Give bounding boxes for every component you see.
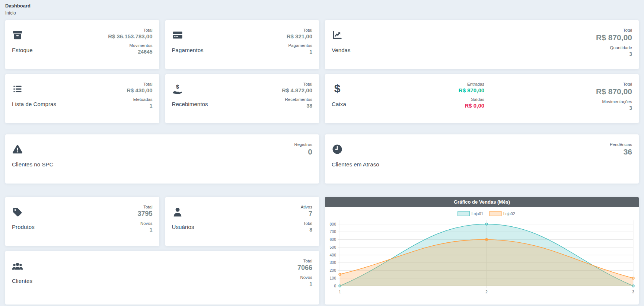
x-tick-label: 3 <box>632 290 634 294</box>
stat-value: 24645 <box>108 48 152 55</box>
stat-label: Entradas <box>459 82 484 87</box>
sales-chart-title: Gráfico de Vendas (Mês) <box>325 197 639 207</box>
data-point-Loja01 <box>485 223 488 225</box>
stat-value: R$ 4.872,00 <box>282 87 312 94</box>
stat-label: Novos <box>297 275 312 280</box>
stat-value: 1 <box>137 226 152 233</box>
stat-label: Total <box>596 28 632 33</box>
y-tick-label: 500 <box>329 245 336 249</box>
stat-value: 36 <box>610 147 632 157</box>
stat-value: R$ 870,00 <box>596 33 632 42</box>
breadcrumb[interactable]: Início <box>5 10 639 16</box>
stat-label: Efetuadas <box>127 97 152 102</box>
user-icon <box>172 206 194 217</box>
data-point-Loja02 <box>485 239 488 241</box>
users-group-icon <box>12 260 32 271</box>
stat-label: Recebimentos <box>282 97 312 102</box>
y-tick-label: 400 <box>329 253 336 257</box>
card-title: Clientes em Atraso <box>332 161 379 168</box>
stats-grid-top: Estoque TotalR$ 36.153.783,00 Movimentos… <box>5 20 639 123</box>
stat-label: Novos <box>137 221 152 226</box>
stat-value: R$ 430,00 <box>127 87 152 94</box>
card-title: Clientes <box>12 278 32 284</box>
stat-value: 1 <box>127 102 152 109</box>
stat-label: Total <box>301 221 312 226</box>
card-title: Estoque <box>12 47 33 53</box>
stat-value: 7066 <box>297 264 312 272</box>
dollar-sign-icon: $ <box>332 83 346 95</box>
stat-value: 38 <box>282 102 312 109</box>
legend-swatch-Loja01[interactable] <box>458 211 470 216</box>
stat-value: R$ 870,00 <box>596 87 632 96</box>
y-tick-label: 600 <box>329 237 336 242</box>
stat-label: Total <box>282 82 312 87</box>
stat-value: R$ 321,00 <box>287 33 312 40</box>
card-clientes-no-spc: Clientes no SPC Registros0 <box>5 134 319 184</box>
y-tick-label: 100 <box>329 276 336 280</box>
stat-label: Total <box>127 82 152 87</box>
svg-text:$: $ <box>334 83 341 95</box>
card-estoque: Estoque TotalR$ 36.153.783,00 Movimentos… <box>5 20 159 69</box>
card-clientes-em-atraso: Clientes em Atraso Pendências36 <box>325 134 639 184</box>
stat-value: 3795 <box>137 210 152 218</box>
stat-label: Registros <box>294 142 312 147</box>
stat-label: Quantidade <box>596 45 632 50</box>
stat-label: Total <box>596 82 632 87</box>
x-tick-label: 2 <box>485 290 488 294</box>
legend-swatch-Loja02[interactable] <box>490 211 501 216</box>
stat-value: 3 <box>596 50 632 58</box>
card-title: Produtos <box>12 224 35 230</box>
clock-icon <box>332 144 379 155</box>
stat-value: 1 <box>287 48 312 55</box>
data-point-Loja02 <box>632 277 634 279</box>
card-lista-de-compras: Lista de Compras TotalR$ 430,00 Efetuada… <box>5 74 159 123</box>
card-title: Usuários <box>172 224 194 230</box>
card-title: Caixa <box>332 101 346 107</box>
legend-label-Loja01[interactable]: Loja01 <box>472 211 484 216</box>
hand-holding-dollar-icon: $ <box>172 83 208 95</box>
legend-label-Loja02[interactable]: Loja02 <box>503 211 515 216</box>
stat-label: Movimentações <box>596 99 632 104</box>
stat-label: Total <box>137 204 152 210</box>
card-vendas: Vendas TotalR$ 870,00 Quantidade3 <box>325 20 639 69</box>
data-point-Loja02 <box>339 273 341 275</box>
card-title: Vendas <box>332 47 351 53</box>
svg-text:$: $ <box>176 83 179 90</box>
y-tick-label: 700 <box>329 229 336 234</box>
stat-label: Total <box>287 28 312 33</box>
y-tick-label: 0 <box>334 284 336 288</box>
stat-label: Pendências <box>610 142 632 147</box>
card-clientes: Clientes Total7066 Novos1 <box>5 251 319 305</box>
chart-line-icon <box>332 29 351 41</box>
stat-value: 0 <box>294 147 312 157</box>
page-title: Dashboard <box>5 3 639 9</box>
card-title: Recebimentos <box>172 101 208 107</box>
y-tick-label: 300 <box>329 260 336 265</box>
sales-chart: 0100200300400500600700800123Loja01Loja02 <box>325 207 639 305</box>
stat-value: 8 <box>301 226 312 233</box>
stat-value: R$ 36.153.783,00 <box>108 33 152 40</box>
list-icon <box>12 83 56 95</box>
stat-label: Saídas <box>459 97 484 102</box>
stat-value-entradas: R$ 870,00 <box>459 87 484 94</box>
stat-value: 7 <box>301 210 312 218</box>
stat-value: 1 <box>297 280 312 287</box>
dashboard-page: Dashboard Início Estoque TotalR$ 36.153.… <box>0 0 644 305</box>
archive-box-icon <box>12 29 33 41</box>
card-produtos: Produtos Total3795 Novos1 <box>5 197 159 246</box>
card-title: Lista de Compras <box>12 101 56 107</box>
card-recebimentos: $ Recebimentos TotalR$ 4.872,00 Recebime… <box>165 74 319 123</box>
stats-grid-middle: Clientes no SPC Registros0 Clientes em A… <box>5 134 639 184</box>
stat-label: Total <box>108 28 152 33</box>
stat-value-saidas: R$ 0,00 <box>459 102 484 109</box>
warning-triangle-icon <box>12 144 54 155</box>
credit-card-icon <box>172 29 204 41</box>
y-tick-label: 800 <box>329 222 336 226</box>
tag-icon <box>12 206 35 217</box>
card-pagamentos: Pagamentos TotalR$ 321,00 Pagamentos1 <box>165 20 319 69</box>
card-caixa: $ Caixa EntradasR$ 870,00 SaídasR$ 0,00 … <box>325 74 639 123</box>
stat-value: 3 <box>596 104 632 112</box>
sales-chart-canvas: 0100200300400500600700800123Loja01Loja02 <box>325 207 639 305</box>
stat-label: Total <box>297 258 312 264</box>
stat-label: Ativos <box>301 204 312 210</box>
